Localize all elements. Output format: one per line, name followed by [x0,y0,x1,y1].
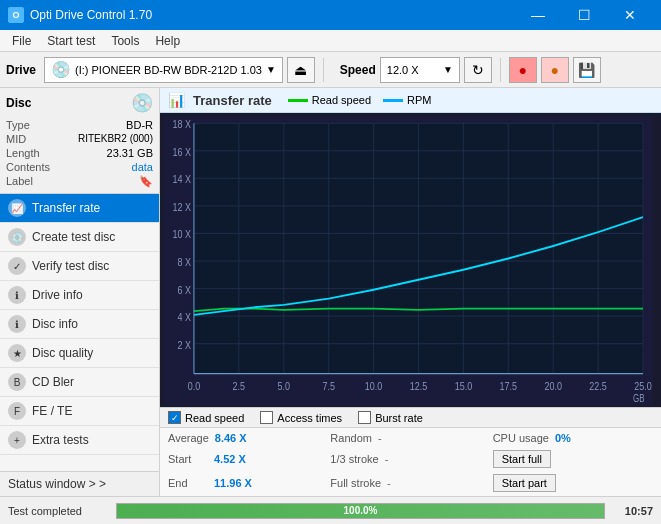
svg-text:2 X: 2 X [177,339,191,351]
nav-label-disc-info: Disc info [32,317,78,331]
disc-length-label: Length [6,147,40,159]
nav-label-extra-tests: Extra tests [32,433,89,447]
nav-drive-info[interactable]: ℹ Drive info [0,281,159,310]
drive-select[interactable]: 💿 (I:) PIONEER BD-RW BDR-212D 1.03 ▼ [44,57,283,83]
status-bar: Test completed 100.0% 10:57 [0,496,661,524]
status-time: 10:57 [613,505,653,517]
full-stroke-value: - [387,477,391,489]
nav-icon-disc-quality: ★ [8,344,26,362]
app-icon: O [8,7,24,23]
stat-cpu-usage: CPU usage 0% [493,430,653,446]
disc-section: Disc 💿 Type BD-R MID RITEKBR2 (000) Leng… [0,88,159,194]
burst-rate-checkbox[interactable] [358,411,371,424]
nav-verify-test-disc[interactable]: ✓ Verify test disc [0,252,159,281]
svg-text:6 X: 6 X [177,284,191,296]
nav-label-disc-quality: Disc quality [32,346,93,360]
nav-create-test-disc[interactable]: 💿 Create test disc [0,223,159,252]
disc-mid-label: MID [6,133,26,145]
speed-value: 12.0 X [387,64,419,76]
maximize-button[interactable]: ☐ [561,0,607,30]
burst-rate-checkbox-label: Burst rate [375,412,423,424]
checkbox-access-times[interactable]: Access times [260,411,342,424]
minimize-button[interactable]: — [515,0,561,30]
record-button-1[interactable]: ● [509,57,537,83]
title-bar: O Opti Drive Control 1.70 — ☐ ✕ [0,0,661,30]
svg-text:17.5: 17.5 [500,380,518,392]
speed-dropdown-arrow: ▼ [443,64,453,75]
end-value: 11.96 X [214,477,264,489]
status-window-label: Status window > > [8,477,106,491]
read-speed-checkbox[interactable] [168,411,181,424]
disc-header-label: Disc [6,96,31,110]
checkbox-read-speed[interactable]: Read speed [168,411,244,424]
menu-help[interactable]: Help [147,32,188,50]
nav-icon-extra-tests: + [8,431,26,449]
stats-area: Average 8.46 X Random - CPU usage 0% Sta… [160,427,661,496]
access-times-checkbox[interactable] [260,411,273,424]
save-button[interactable]: 💾 [573,57,601,83]
svg-text:GB: GB [633,394,645,405]
svg-text:12 X: 12 X [172,201,191,213]
refresh-button[interactable]: ↻ [464,57,492,83]
full-stroke-label: Full stroke [330,477,381,489]
stroke-1-3-value: - [385,453,389,465]
read-speed-checkbox-label: Read speed [185,412,244,424]
start-part-button[interactable]: Start part [493,474,556,492]
eject-button[interactable]: ⏏ [287,57,315,83]
chart-svg: 18 X 16 X 14 X 12 X 10 X 8 X 6 X 4 X 2 X… [164,117,653,405]
menu-tools[interactable]: Tools [103,32,147,50]
close-button[interactable]: ✕ [607,0,653,30]
window-controls: — ☐ ✕ [515,0,653,30]
nav-icon-disc-info: ℹ [8,315,26,333]
svg-text:14 X: 14 X [172,173,191,185]
left-panel: Disc 💿 Type BD-R MID RITEKBR2 (000) Leng… [0,88,160,496]
disc-contents-value: data [132,161,153,173]
chart-container: 18 X 16 X 14 X 12 X 10 X 8 X 6 X 4 X 2 X… [160,113,661,407]
speed-label: Speed [340,63,376,77]
legend-read-speed: Read speed [288,94,371,106]
nav-label-verify-test-disc: Verify test disc [32,259,109,273]
speed-select[interactable]: 12.0 X ▼ [380,57,460,83]
nav-disc-info[interactable]: ℹ Disc info [0,310,159,339]
legend-rpm-label: RPM [407,94,431,106]
nav-disc-quality[interactable]: ★ Disc quality [0,339,159,368]
nav-icon-cd-bler: B [8,373,26,391]
chart-area: 📊 Transfer rate Read speed RPM [160,88,661,496]
svg-text:5.0: 5.0 [278,380,291,392]
nav-cd-bler[interactable]: B CD Bler [0,368,159,397]
legend-rpm-color [383,99,403,102]
chart-header: 📊 Transfer rate Read speed RPM [160,88,661,113]
svg-text:10 X: 10 X [172,229,191,241]
disc-mid-value: RITEKBR2 (000) [78,133,153,145]
disc-type-value: BD-R [126,119,153,131]
nav-transfer-rate[interactable]: 📈 Transfer rate [0,194,159,223]
stroke-1-3-label: 1/3 stroke [330,453,378,465]
checkbox-burst-rate[interactable]: Burst rate [358,411,423,424]
disc-type-label: Type [6,119,30,131]
disc-label-icon[interactable]: 🔖 [139,175,153,188]
legend-read-speed-color [288,99,308,102]
nav-fe-te[interactable]: F FE / TE [0,397,159,426]
toolbar-separator-1 [323,58,324,82]
disc-contents-label: Contents [6,161,50,173]
menu-file[interactable]: File [4,32,39,50]
progress-bar-fill: 100.0% [117,504,604,518]
status-window-button[interactable]: Status window > > [0,471,159,496]
app-title: Opti Drive Control 1.70 [30,8,152,22]
stat-average: Average 8.46 X [168,430,328,446]
svg-text:8 X: 8 X [177,256,191,268]
start-full-button[interactable]: Start full [493,450,551,468]
record-button-2[interactable]: ● [541,57,569,83]
disc-eject-icon[interactable]: 💿 [131,92,153,114]
nav-extra-tests[interactable]: + Extra tests [0,426,159,455]
svg-text:18 X: 18 X [172,118,191,130]
start-value: 4.52 X [214,453,264,465]
progress-bar-background: 100.0% [116,503,605,519]
stat-start: Start 4.52 X [168,448,328,470]
average-label: Average [168,432,209,444]
menu-start-test[interactable]: Start test [39,32,103,50]
nav-label-cd-bler: CD Bler [32,375,74,389]
disc-length-value: 23.31 GB [107,147,153,159]
random-label: Random [330,432,372,444]
main-content: Disc 💿 Type BD-R MID RITEKBR2 (000) Leng… [0,88,661,496]
